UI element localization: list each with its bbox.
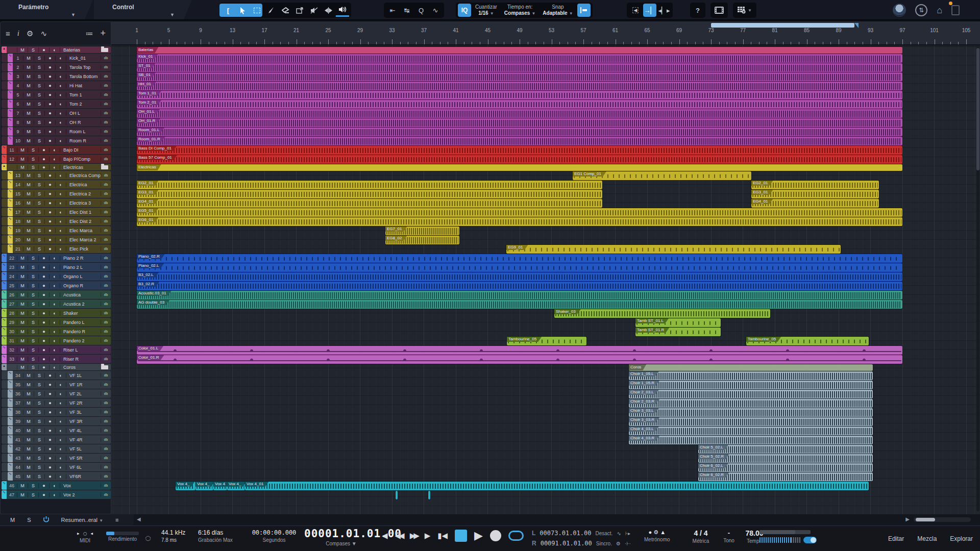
solo-button[interactable]: S bbox=[28, 492, 38, 497]
track-row-Piano 2 R[interactable]: ∿22MS●◐Piano 2 Rıllı bbox=[2, 254, 111, 262]
audio-clip-Choir 3_03.R[interactable]: Choir 3_03.R bbox=[629, 417, 873, 426]
vertical-scrollbar[interactable] bbox=[976, 47, 979, 511]
solo-button[interactable]: S bbox=[34, 391, 44, 396]
record-arm-button[interactable]: ● bbox=[38, 338, 49, 343]
automation-icon[interactable]: ∿ bbox=[40, 29, 47, 38]
mute-button[interactable]: M bbox=[17, 47, 28, 53]
track-row-Hi Hat[interactable]: ∿4MS●◐Hi Hatıllı bbox=[2, 81, 111, 90]
audio-clip-EG6_01[interactable]: EG6_01 bbox=[137, 217, 902, 226]
track-color-chip[interactable]: ∿ bbox=[8, 417, 13, 425]
cloud-sync-icon[interactable]: ⇅ bbox=[915, 4, 927, 16]
eraser-tool-button[interactable] bbox=[279, 4, 292, 17]
track-row-Bajo DI[interactable]: ∿11MS●◐Bajo DIıllı bbox=[2, 145, 111, 154]
track-color-chip[interactable]: ∿ bbox=[8, 217, 13, 226]
audio-clip-EG3_01[interactable]: EG3_01 bbox=[751, 190, 879, 198]
solo-button[interactable]: S bbox=[34, 111, 44, 116]
monitor-button[interactable]: ◐ bbox=[49, 483, 60, 488]
monitor-button[interactable]: ◐ bbox=[55, 102, 66, 107]
record-arm-button[interactable]: ● bbox=[44, 391, 55, 396]
time-signature[interactable]: 4 / 4 Métrica bbox=[684, 529, 718, 544]
meter-toggle[interactable] bbox=[803, 537, 817, 543]
track-row-VF 2L[interactable]: ∿36MS●◐VF 2Lıllı bbox=[2, 389, 111, 398]
track-row-Electrica 3[interactable]: ∿16MS●◐Electrica 3ıllı bbox=[2, 198, 111, 207]
audio-clip-EG9_01[interactable]: EG9_01 bbox=[506, 245, 841, 254]
track-row-Room L[interactable]: ∿9MS●◐Room Lıllı bbox=[2, 127, 111, 136]
track-row-VF 1R[interactable]: ∿35MS●◐VF 1Rıllı bbox=[2, 380, 111, 389]
monitor-button[interactable]: ◐ bbox=[49, 338, 60, 343]
solo-button[interactable]: S bbox=[34, 373, 44, 378]
track-color-chip[interactable]: ∿ bbox=[2, 254, 7, 262]
track-row-Tom 1[interactable]: ∿5MS●◐Tom 1ıllı bbox=[2, 90, 111, 99]
track-color-chip[interactable]: ∿ bbox=[8, 171, 13, 180]
record-arm-button[interactable]: ● bbox=[38, 311, 49, 316]
track-list-icon[interactable]: ≔ bbox=[85, 29, 93, 38]
zoom-slider-track[interactable] bbox=[914, 517, 971, 522]
mezcla-button[interactable]: Mezcla bbox=[917, 535, 937, 542]
track-color-chip[interactable]: ∿ bbox=[2, 336, 7, 345]
mute-button[interactable]: M bbox=[17, 292, 28, 297]
mute-button[interactable]: M bbox=[23, 474, 34, 479]
monitor-button[interactable]: ◐ bbox=[55, 428, 66, 433]
solo-button[interactable]: S bbox=[28, 256, 38, 261]
track-color-chip[interactable]: ∿ bbox=[8, 463, 13, 471]
track-color-chip[interactable]: ∿ bbox=[8, 454, 13, 462]
audio-clip-HH_01[interactable]: HH_01 bbox=[137, 82, 902, 90]
monitor-button[interactable]: ◐ bbox=[55, 400, 66, 406]
parametro-dropdown[interactable]: Parámetro ▼ bbox=[0, 0, 93, 19]
solo-button[interactable]: S bbox=[34, 437, 44, 442]
explorar-button[interactable]: Explorar bbox=[950, 535, 973, 542]
loop-button[interactable] bbox=[508, 531, 524, 541]
scroll-left-arrow[interactable]: ◀ bbox=[137, 516, 141, 522]
monitor-button[interactable]: ◐ bbox=[55, 382, 66, 387]
control-dropdown[interactable]: Control ▼ bbox=[94, 0, 192, 19]
monitor-button[interactable]: ◐ bbox=[55, 228, 66, 233]
metronome-cluster[interactable]: ● ⚙ ▲ Metrónomo bbox=[644, 529, 670, 542]
audio-clip-Vox 4_[interactable]: Vox 4_ bbox=[227, 482, 245, 490]
record-arm-button[interactable]: ● bbox=[38, 292, 49, 297]
record-arm-button[interactable]: ● bbox=[44, 219, 55, 224]
loop-region[interactable] bbox=[711, 23, 854, 28]
record-arm-button[interactable]: ● bbox=[44, 120, 55, 125]
audio-clip-Room_01.L[interactable]: Room_01.L bbox=[137, 128, 902, 136]
loop-end-flag[interactable] bbox=[854, 23, 859, 28]
audio-clip-Choir 5_02.L[interactable]: Choir 5_02.L bbox=[698, 445, 873, 454]
record-arm-button[interactable]: ● bbox=[44, 83, 55, 88]
mute-button[interactable]: M bbox=[17, 147, 28, 153]
solo-button[interactable]: S bbox=[34, 474, 44, 479]
document-icon[interactable] bbox=[951, 5, 960, 15]
record-arm-button[interactable]: ● bbox=[38, 265, 49, 270]
track-row-Bajo P/Comp[interactable]: ∿12MS●◐Bajo P/Compıllı bbox=[2, 155, 111, 163]
mute-tool-button[interactable] bbox=[307, 4, 321, 17]
track-row-Elec Pick[interactable]: ∿21MS●◐Elec Pickıllı bbox=[2, 244, 111, 253]
mute-button[interactable]: M bbox=[17, 320, 28, 325]
monitor-button[interactable]: ◐ bbox=[55, 419, 66, 424]
solo-button[interactable]: S bbox=[34, 191, 44, 196]
record-arm-button[interactable]: ● bbox=[38, 165, 49, 170]
audio-clip-EG4_01[interactable]: EG4_01 bbox=[137, 199, 602, 208]
record-arm-button[interactable]: ● bbox=[44, 56, 55, 61]
cuantizar-dropdown[interactable]: Cuantizar 1/16▼ bbox=[472, 4, 500, 17]
solo-button[interactable]: S bbox=[28, 357, 38, 362]
record-arm-button[interactable]: ● bbox=[44, 111, 55, 116]
mute-button[interactable]: M bbox=[17, 157, 28, 162]
mute-button[interactable]: M bbox=[23, 102, 34, 107]
solo-button[interactable]: S bbox=[28, 274, 38, 279]
monitor-button[interactable]: ◐ bbox=[55, 219, 66, 224]
track-color-chip[interactable]: ∿ bbox=[8, 235, 13, 244]
mute-button[interactable]: M bbox=[23, 446, 34, 452]
audio-clip-Kick_01[interactable]: Kick_01 bbox=[137, 54, 902, 63]
help-button[interactable]: ? bbox=[690, 3, 705, 18]
mute-button[interactable]: M bbox=[17, 283, 28, 288]
audio-clip-Piano_02.L[interactable]: Piano_02.L bbox=[137, 263, 902, 272]
audio-clip-Acoustic.03_01[interactable]: Acoustic.03_01 bbox=[137, 291, 902, 299]
mute-button[interactable]: M bbox=[17, 338, 28, 343]
track-color-chip[interactable]: ∿ bbox=[2, 299, 7, 308]
monitor-button[interactable]: ◐ bbox=[55, 246, 66, 252]
mute-button[interactable]: M bbox=[17, 483, 28, 488]
audio-clip-OH_01.R[interactable]: OH_01.R bbox=[137, 118, 902, 127]
audio-clip[interactable] bbox=[396, 491, 398, 499]
mute-button[interactable]: M bbox=[23, 400, 34, 406]
solo-button[interactable]: S bbox=[34, 74, 44, 79]
track-color-chip[interactable]: ∿ bbox=[2, 155, 7, 163]
audio-clip[interactable] bbox=[428, 491, 430, 499]
